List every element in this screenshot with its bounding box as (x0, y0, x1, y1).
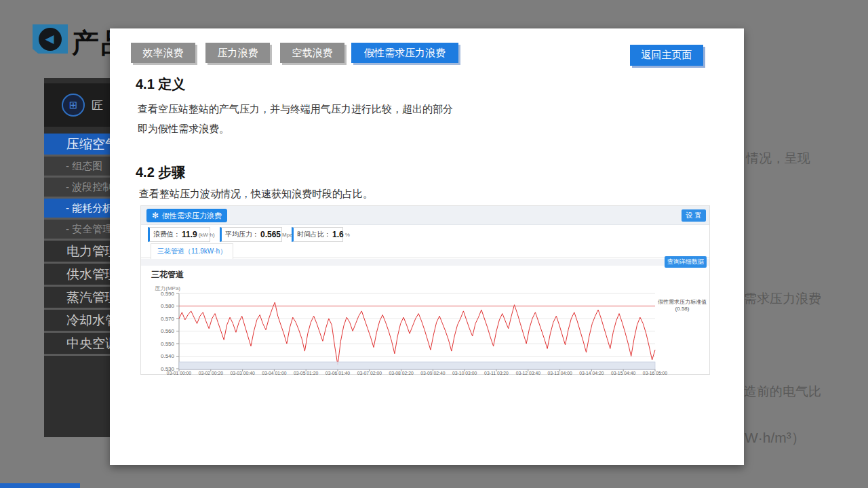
section-1-text-line2: 即为假性需求浪费。 (138, 123, 229, 136)
datazoom-slider[interactable] (179, 362, 655, 369)
x-tick-label: 03-09 02:40 (420, 371, 446, 375)
x-tick-label: 03-08 02:20 (389, 371, 414, 375)
x-tick-label: 03-13 04:00 (547, 371, 572, 375)
background-text-fragment: 造前的电气比 (744, 383, 821, 401)
sidebar-item-7[interactable]: 蒸汽管理 (44, 287, 110, 310)
tab-1[interactable]: 压力浪费 (205, 43, 270, 63)
x-tick-label: 03-06 01:40 (326, 371, 351, 375)
section-1-text-line1: 查看空压站整站的产气压力，并与终端用气压力进行比较，超出的部分 (138, 103, 453, 116)
chart-title: 三花管道 (151, 269, 184, 281)
sidebar-menu: 压缩空气- 组态图- 波段控制- 能耗分析- 安全管理电力管理供水管理蒸汽管理冷… (44, 134, 110, 356)
x-tick-label: 03-10 03:00 (452, 371, 477, 375)
sidebar-item-4[interactable]: - 安全管理 (44, 220, 110, 241)
background-text-fragment: W·h/m³） (745, 428, 806, 447)
stat-box-0: 浪费值：11.9(kW·h) (148, 227, 210, 242)
threshold-value-label: (0.58) (675, 306, 690, 312)
tab-3[interactable]: 假性需求压力浪费 (351, 43, 458, 63)
dashboard-screenshot: ✻ 假性需求压力浪费 设 置 浪费值：11.9(kW·h)平均压力：0.565M… (140, 205, 710, 375)
sidebar-logo-text: 匠 (92, 98, 103, 113)
stat-box-1: 平均压力：0.565Mpa (220, 227, 282, 242)
app-back-icon[interactable]: ◀ (33, 24, 68, 54)
x-tick-label: 03-07 02:00 (357, 371, 382, 375)
badge-icon: ✻ (152, 211, 159, 220)
section-1-heading: 4.1 定义 (136, 75, 185, 94)
y-tick-label: 0.540 (161, 353, 175, 359)
x-tick-label: 03-02 00:20 (199, 371, 224, 375)
sidebar-logo-icon: ⊞ (62, 94, 85, 117)
x-tick-label: 03-05 01:20 (294, 371, 319, 375)
toolbar-strip (141, 259, 709, 266)
section-2-heading: 4.2 步骤 (136, 163, 185, 182)
y-tick-label: 0.550 (161, 341, 175, 347)
sidebar-item-9[interactable]: 中央空调管理 (44, 333, 110, 356)
y-tick-label: 0.560 (161, 328, 175, 334)
sidebar-item-2[interactable]: - 波段控制 (44, 178, 110, 199)
x-tick-label: 03-11 03:20 (484, 371, 509, 375)
sidebar-item-1[interactable]: - 组态图 (44, 157, 110, 178)
back-arrow-icon: ◀ (45, 33, 54, 45)
stat-box-2: 时间占比：1.6% (292, 227, 343, 242)
sidebar-item-6[interactable]: 供水管理 (44, 264, 110, 287)
background-text-fragment: 情况，呈现 (746, 150, 810, 167)
x-tick-label: 03-15 04:40 (611, 371, 636, 375)
return-home-button[interactable]: 返回主页面 (630, 45, 703, 66)
background-text-fragment: 需求压力浪费 (744, 290, 821, 308)
x-tick-label: 03-14 04:20 (579, 371, 604, 375)
screen: ◀ 产品 ⊞ 匠 压缩空气- 组态图- 波段控制- 能耗分析- 安全管理电力管理… (0, 0, 868, 488)
y-tick-label: 0.570 (161, 316, 175, 322)
x-tick-label: 03-16 05:00 (643, 371, 668, 375)
y-tick-label: 0.590 (161, 291, 175, 297)
x-tick-label: 03-03 00:40 (230, 371, 255, 375)
sidebar-logo: ⊞ 匠 (44, 83, 110, 127)
tab-0[interactable]: 效率浪费 (131, 43, 195, 63)
sidebar: ⊞ 匠 压缩空气- 组态图- 波段控制- 能耗分析- 安全管理电力管理供水管理蒸… (44, 78, 110, 437)
badge-label: 假性需求压力浪费 (162, 211, 222, 221)
sidebar-item-8[interactable]: 冷却水管理 (44, 310, 110, 333)
sidebar-item-3[interactable]: - 能耗分析 (44, 199, 110, 220)
y-tick-label: 0.580 (161, 303, 175, 309)
dashboard-title-badge: ✻ 假性需求压力浪费 (146, 209, 227, 222)
x-tick-label: 03-12 03:40 (516, 371, 541, 375)
sidebar-item-0[interactable]: 压缩空气 (44, 134, 110, 157)
x-tick-label: 03-04 01:00 (262, 371, 287, 375)
settings-button[interactable]: 设 置 (682, 209, 706, 222)
threshold-label: 假性需求压力标准值 (658, 299, 707, 305)
pressure-series-line (179, 302, 655, 365)
sidebar-item-5[interactable]: 电力管理 (44, 241, 110, 264)
pressure-chart: 压力(MPa)0.5900.5800.5700.5600.5500.5400.5… (141, 286, 711, 378)
dashboard-header: ✻ 假性需求压力浪费 设 置 (141, 206, 709, 225)
query-detail-button[interactable]: 查询详细数据 (665, 256, 707, 268)
back-circle: ◀ (39, 28, 62, 51)
bottom-bar (0, 483, 80, 488)
pipe-tab[interactable]: 三花管道（11.9kW·h） (151, 243, 233, 259)
detail-modal: 效率浪费压力浪费空载浪费假性需求压力浪费 返回主页面 4.1 定义 查看空压站整… (110, 28, 744, 465)
x-tick-label: 03-01 00:00 (167, 371, 192, 375)
tab-2[interactable]: 空载浪费 (280, 43, 344, 63)
section-2-text-line1: 查看整站压力波动情况，快速获知浪费时段的占比。 (139, 188, 373, 201)
